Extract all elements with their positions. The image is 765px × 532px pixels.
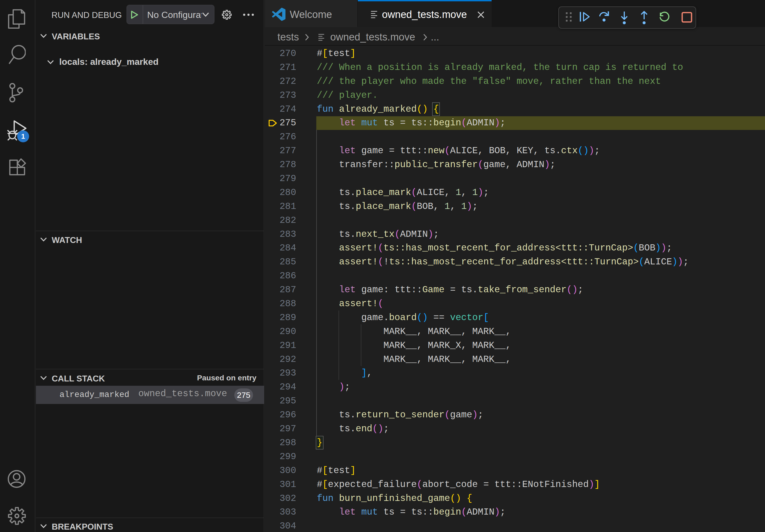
svg-text:1: 1 [21,132,25,140]
